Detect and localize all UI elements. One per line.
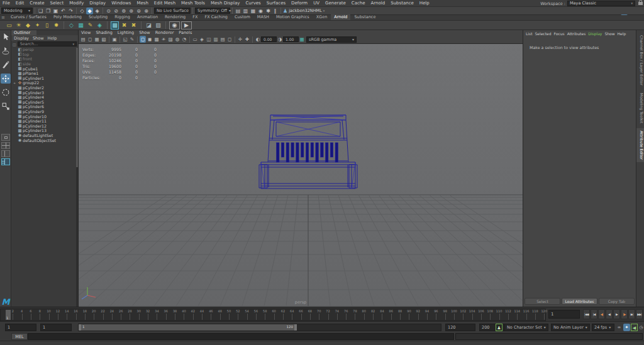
command-input[interactable] — [28, 333, 454, 340]
arnold-area-light-icon[interactable]: ▭ — [5, 21, 13, 30]
range-start-grip[interactable] — [79, 324, 81, 331]
step-back-frame-button[interactable]: |◀ — [591, 309, 597, 319]
color-management-icon[interactable]: ▦ — [299, 36, 305, 43]
loop-toggle-icon[interactable]: ∞ — [616, 324, 623, 331]
menu-item[interactable]: Help — [417, 1, 432, 6]
snap-to-view-plane-icon[interactable]: ⊜ — [135, 8, 142, 14]
menu-item[interactable]: Windows — [109, 1, 133, 6]
attribute-editor-menu-item[interactable]: Attributes — [567, 31, 586, 36]
outliner-scrollbar[interactable] — [76, 48, 78, 307]
gamma-field[interactable]: 1.00 — [283, 36, 299, 42]
wireframe-model[interactable] — [259, 115, 357, 189]
textured-mode-icon[interactable]: ▩ — [153, 36, 160, 43]
move-tool[interactable] — [1, 74, 11, 84]
shelf-menu-icon[interactable]: ≡ — [1, 15, 5, 20]
outliner-menu-item[interactable]: Help — [48, 36, 57, 40]
shelf-tab[interactable]: Rendering — [162, 14, 189, 20]
arnold-skydome-light-icon[interactable]: ☀ — [14, 21, 23, 30]
paint-selection-tool[interactable] — [1, 60, 11, 70]
wireframe-mode-icon[interactable]: ◻ — [140, 36, 146, 43]
motion-blur-icon[interactable]: ◔ — [181, 36, 187, 43]
shelf-tab[interactable]: Substance — [351, 14, 379, 20]
command-mode-toggle[interactable]: MEL — [11, 333, 28, 340]
menu-item[interactable]: Edit Mesh — [152, 1, 178, 6]
menu-item[interactable]: Mesh — [134, 1, 150, 6]
viewport-menu-item[interactable]: Panels — [179, 30, 192, 35]
gate-mask-icon[interactable]: ▥ — [213, 36, 219, 43]
use-all-lights-icon[interactable]: ☀ — [160, 36, 167, 43]
arnold-toon-icon[interactable]: ✎ — [86, 21, 94, 30]
arnold-ipr-icon[interactable]: ▶ — [181, 21, 192, 30]
load-attributes-button[interactable]: Load Attributes — [562, 298, 597, 305]
layout-persp-outliner[interactable] — [1, 158, 10, 165]
save-scene-icon[interactable]: ▣ — [52, 8, 59, 14]
ipr-render-icon[interactable]: ▥ — [242, 8, 249, 14]
select-hierarchy-icon[interactable]: ◇ — [79, 8, 86, 14]
arnold-standard-surface-icon[interactable]: ◈ — [96, 21, 104, 30]
menu-item[interactable]: File — [0, 1, 13, 6]
copy-tab-button[interactable]: Copy Tab — [599, 298, 635, 305]
playback-start-field[interactable]: 1 — [40, 324, 72, 331]
make-live-icon[interactable]: ⊗ — [143, 8, 150, 14]
select-tool[interactable] — [1, 32, 11, 42]
separator[interactable] — [141, 21, 142, 29]
exposure-field[interactable]: 0.00 — [261, 36, 277, 42]
range-slider-track[interactable]: 1 120 — [78, 324, 441, 331]
view-transform-dropdown[interactable]: sRGB gamma — [306, 36, 357, 43]
occlusion-icon[interactable]: ◍ — [174, 36, 180, 43]
redo-icon[interactable]: ↷ — [67, 8, 74, 14]
character-set-icon[interactable]: ♟ — [496, 324, 502, 331]
symmetry-field[interactable]: Symmetry: Off — [195, 8, 230, 14]
snap-to-curve-icon[interactable]: ⊘ — [113, 8, 119, 14]
menu-item[interactable]: Mesh Display — [208, 1, 242, 6]
sidebar-tab[interactable]: Attribute Editor — [636, 128, 644, 162]
arnold-standin-icon[interactable]: ◇ — [67, 21, 75, 30]
outliner-item[interactable]: defaultObjectSet — [11, 138, 78, 143]
gamma-icon[interactable]: ◑ — [277, 36, 283, 43]
frame-selection-icon[interactable]: ✚ — [244, 36, 250, 43]
shelf-tab[interactable]: Animation — [134, 14, 161, 20]
menu-item[interactable]: UV — [311, 1, 322, 6]
shaded-mode-icon[interactable]: ◼ — [147, 36, 153, 43]
lock-workspace-icon[interactable] — [638, 2, 643, 5]
attribute-editor-menu-item[interactable]: List — [526, 31, 533, 36]
go-to-playback-start-button[interactable]: |◀◀ — [583, 309, 590, 319]
playback-end-field[interactable]: 120 — [445, 324, 475, 331]
viewport-menu-item[interactable]: Show — [139, 30, 150, 35]
shelf-tab[interactable]: Motion Graphics — [273, 14, 313, 20]
attribute-editor-menu-item[interactable]: Show — [604, 31, 614, 36]
menu-item[interactable]: Select — [48, 1, 67, 6]
safe-action-icon[interactable]: ▤ — [219, 36, 226, 43]
menu-item[interactable]: Edit — [13, 1, 27, 6]
shelf-tab[interactable]: FX Caching — [201, 14, 231, 20]
viewport-canvas[interactable]: Verts: 9995 0 0 Edges: 20198 0 0 Faces: — [79, 44, 523, 307]
sidebar-tab[interactable]: Modeling Toolkit — [636, 90, 644, 126]
play-forwards-button[interactable]: ▶ — [613, 309, 620, 319]
shadows-icon[interactable]: ▨ — [167, 36, 174, 43]
arnold-tx-manager-icon[interactable]: ◪ — [145, 21, 153, 30]
shelf-tab[interactable]: MASH — [254, 14, 272, 20]
play-backwards-button[interactable]: ◀ — [606, 309, 613, 319]
menu-item[interactable]: Surfaces — [264, 1, 288, 6]
outliner-menu-item[interactable]: Display — [14, 36, 29, 40]
select-component-icon[interactable]: ◈ — [94, 8, 101, 14]
menu-item[interactable]: Deform — [289, 1, 310, 6]
camera-attributes-icon[interactable]: ▦ — [94, 36, 100, 43]
rotate-tool[interactable] — [1, 87, 11, 97]
separator[interactable] — [189, 36, 190, 43]
attribute-editor-menu-item[interactable]: Focus — [554, 31, 565, 36]
scale-tool[interactable] — [1, 101, 11, 111]
image-plane-icon[interactable]: ▣ — [111, 36, 118, 43]
timeline-ruler[interactable]: 1 24681012141618202224262830323436384042… — [0, 309, 546, 321]
arnold-flush-cache-icon[interactable]: ✖ — [130, 21, 138, 30]
layout-four-pane[interactable] — [1, 142, 10, 149]
outliner-menu-item[interactable]: Show — [33, 36, 44, 40]
snap-to-point-icon[interactable]: ⊚ — [120, 8, 127, 14]
select-object-icon[interactable]: ◆ — [86, 8, 93, 14]
arnold-light-manager-icon[interactable]: ▨ — [154, 21, 162, 30]
range-end-grip[interactable] — [294, 324, 297, 331]
separator[interactable] — [235, 36, 235, 43]
arnold-light-portal-icon[interactable]: ▯ — [43, 21, 51, 30]
select-button[interactable]: Select — [525, 298, 560, 305]
safe-title-icon[interactable]: ◻ — [226, 36, 233, 43]
